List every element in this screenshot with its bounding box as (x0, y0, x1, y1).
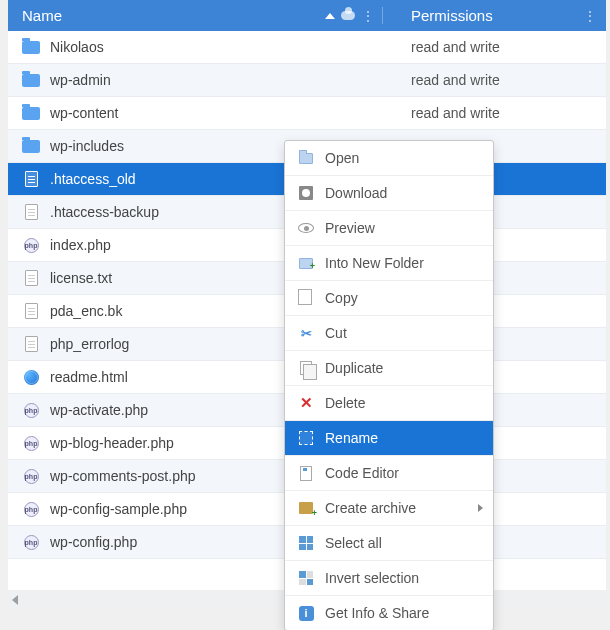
menu-item-label: Create archive (325, 500, 416, 516)
menu-item-label: Open (325, 150, 359, 166)
info-icon: i (299, 606, 314, 621)
file-name: .htaccess_old (50, 171, 136, 187)
name-cell: wp-admin (8, 72, 383, 88)
file-name: wp-activate.php (50, 402, 148, 418)
table-row[interactable]: Nikolaosread and write (8, 31, 606, 64)
invert-selection-icon (299, 571, 313, 585)
permissions-cell: read and write (383, 72, 606, 88)
file-name: php_errorlog (50, 336, 129, 352)
menu-item-newfolder[interactable]: Into New Folder (285, 246, 493, 281)
menu-item-dup[interactable]: Duplicate (285, 351, 493, 386)
table-header: Name ⋮ Permissions ⋮ (8, 0, 606, 31)
file-name: .htaccess-backup (50, 204, 159, 220)
menu-item-code[interactable]: Code Editor (285, 456, 493, 491)
menu-item-label: Rename (325, 430, 378, 446)
menu-item-label: Code Editor (325, 465, 399, 481)
open-icon (299, 153, 313, 164)
file-icon (25, 171, 38, 187)
menu-item-del[interactable]: ✕Delete (285, 386, 493, 421)
html-file-icon (24, 370, 39, 385)
folder-icon (22, 107, 40, 120)
menu-item-label: Delete (325, 395, 365, 411)
menu-item-rename[interactable]: Rename (285, 421, 493, 456)
file-name: pda_enc.bk (50, 303, 122, 319)
preview-icon (298, 223, 314, 233)
php-file-icon: php (24, 403, 39, 418)
php-file-icon: php (24, 502, 39, 517)
file-name: wp-blog-header.php (50, 435, 174, 451)
column-header-name-label: Name (22, 7, 62, 24)
menu-item-label: Duplicate (325, 360, 383, 376)
menu-item-label: Select all (325, 535, 382, 551)
permissions-cell: read and write (383, 105, 606, 121)
column-header-permissions[interactable]: Permissions ⋮ (383, 7, 606, 24)
file-icon (25, 270, 38, 286)
context-menu: OpenDownloadPreviewInto New FolderCopy✂C… (284, 140, 494, 630)
column-header-name[interactable]: Name ⋮ (8, 7, 383, 24)
file-name: Nikolaos (50, 39, 104, 55)
menu-item-label: Download (325, 185, 387, 201)
php-file-icon: php (24, 469, 39, 484)
copy-icon (300, 291, 312, 305)
folder-icon (22, 41, 40, 54)
menu-item-label: Cut (325, 325, 347, 341)
archive-icon (299, 502, 313, 514)
menu-item-copy[interactable]: Copy (285, 281, 493, 316)
file-name: wp-comments-post.php (50, 468, 196, 484)
menu-item-label: Into New Folder (325, 255, 424, 271)
menu-item-info[interactable]: iGet Info & Share (285, 596, 493, 630)
menu-item-archive[interactable]: Create archive (285, 491, 493, 526)
file-name: license.txt (50, 270, 112, 286)
menu-item-download[interactable]: Download (285, 176, 493, 211)
menu-item-invert[interactable]: Invert selection (285, 561, 493, 596)
menu-item-cut[interactable]: ✂Cut (285, 316, 493, 351)
menu-item-open[interactable]: Open (285, 141, 493, 176)
column-header-permissions-label: Permissions (411, 7, 493, 24)
file-name: readme.html (50, 369, 128, 385)
menu-item-label: Invert selection (325, 570, 419, 586)
file-name: wp-config-sample.php (50, 501, 187, 517)
delete-icon: ✕ (300, 394, 313, 412)
menu-item-label: Get Info & Share (325, 605, 429, 621)
select-all-icon (299, 536, 313, 550)
file-icon (25, 336, 38, 352)
php-file-icon: php (24, 436, 39, 451)
column-grip-icon[interactable]: ⋮ (583, 9, 596, 23)
download-icon (299, 186, 313, 200)
folder-icon (22, 74, 40, 87)
new-folder-icon (299, 258, 313, 269)
php-file-icon: php (24, 238, 39, 253)
sort-indicator: ⋮ (325, 9, 374, 23)
php-file-icon: php (24, 535, 39, 550)
sort-asc-icon (325, 13, 335, 19)
duplicate-icon (300, 361, 312, 375)
file-icon (25, 204, 38, 220)
file-name: wp-admin (50, 72, 111, 88)
table-row[interactable]: wp-contentread and write (8, 97, 606, 130)
rename-icon (299, 431, 313, 445)
name-cell: Nikolaos (8, 39, 383, 55)
file-name: wp-content (50, 105, 118, 121)
scroll-left-icon[interactable] (12, 595, 18, 605)
column-grip-icon[interactable]: ⋮ (361, 9, 374, 23)
menu-item-label: Copy (325, 290, 358, 306)
file-icon (25, 303, 38, 319)
code-editor-icon (300, 466, 312, 481)
name-cell: wp-content (8, 105, 383, 121)
file-name: wp-config.php (50, 534, 137, 550)
menu-item-preview[interactable]: Preview (285, 211, 493, 246)
submenu-arrow-icon (478, 504, 483, 512)
file-name: wp-includes (50, 138, 124, 154)
permissions-cell: read and write (383, 39, 606, 55)
cut-icon: ✂ (301, 326, 312, 341)
menu-item-label: Preview (325, 220, 375, 236)
file-name: index.php (50, 237, 111, 253)
file-browser: Name ⋮ Permissions ⋮ Nikolaosread and wr… (8, 0, 606, 610)
folder-icon (22, 140, 40, 153)
table-row[interactable]: wp-adminread and write (8, 64, 606, 97)
cloud-icon (341, 11, 355, 20)
menu-item-selall[interactable]: Select all (285, 526, 493, 561)
